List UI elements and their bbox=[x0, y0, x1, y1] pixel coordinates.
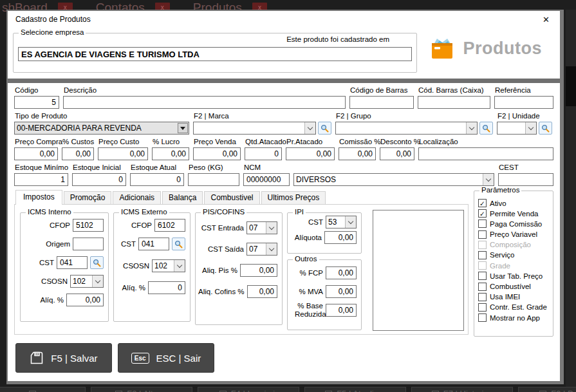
bg-button-historico[interactable]: F7 | Historico bbox=[411, 387, 513, 392]
unidade-search-button[interactable] bbox=[539, 122, 552, 135]
icms-ext-cfop-input[interactable]: 6102 bbox=[154, 219, 185, 232]
aliq-cofins-input[interactable]: 0,00 bbox=[247, 285, 277, 298]
referencia-input[interactable] bbox=[494, 96, 553, 109]
base-reduzida-input[interactable]: 0,00 bbox=[326, 304, 357, 317]
peso-input[interactable] bbox=[188, 173, 239, 186]
grupo-select[interactable] bbox=[335, 122, 478, 135]
cest-input[interactable] bbox=[498, 173, 553, 186]
field-label: Código bbox=[14, 86, 59, 96]
cadastro-produtos-dialog: Cadastro de Produtos ✕ Selecione empresa… bbox=[6, 10, 564, 384]
comissao-input[interactable]: 0,00 bbox=[339, 147, 376, 160]
custos-input[interactable]: 0,00 bbox=[62, 147, 94, 160]
tab-impostos[interactable]: Impostos bbox=[15, 190, 62, 205]
checkbox[interactable] bbox=[478, 303, 487, 312]
chevron-down-icon[interactable] bbox=[266, 222, 277, 234]
ncm-descricao-select[interactable]: DIVERSOS bbox=[293, 173, 494, 186]
lucro-input[interactable]: 0,00 bbox=[152, 147, 189, 160]
preco-venda-input[interactable]: 0,00 bbox=[193, 147, 241, 160]
aliq-pis-input[interactable]: 0,00 bbox=[240, 264, 277, 277]
grupo-search-button[interactable] bbox=[479, 122, 493, 135]
qtd-atacado-input[interactable]: 0 bbox=[245, 147, 282, 160]
param-paga-comissao[interactable]: Paga Comissão bbox=[478, 219, 550, 228]
chevron-down-icon[interactable] bbox=[304, 122, 315, 134]
estoque-inicial-input[interactable]: 0 bbox=[72, 173, 126, 186]
icms-ext-csosn-select[interactable]: 102 bbox=[152, 259, 185, 272]
param-permite-venda[interactable]: ✓ Permite Venda bbox=[478, 209, 550, 218]
tab-ultimos-precos[interactable]: Ultimos Preços bbox=[261, 191, 326, 204]
icms-int-cst-search-button[interactable] bbox=[90, 256, 104, 269]
estoque-minimo-input[interactable]: 1 bbox=[14, 173, 68, 186]
param-mostrar-no-app[interactable]: Mostrar no App bbox=[478, 313, 550, 322]
desconto-input[interactable]: 0,00 bbox=[380, 147, 414, 160]
param-contr-est-grade[interactable]: Contr. Est. Grade bbox=[478, 303, 550, 312]
checkbox[interactable] bbox=[478, 251, 487, 259]
chevron-down-icon[interactable] bbox=[525, 122, 536, 134]
bg-button-imprimir[interactable]: F4 | Imprimir bbox=[198, 387, 299, 392]
tab-adicionais[interactable]: Adicionais bbox=[113, 191, 161, 204]
tipo-produto-select[interactable]: 00-MERCADORIA PARA REVENDA bbox=[14, 122, 189, 135]
pis-cst-entrada-select[interactable]: 07 bbox=[246, 221, 277, 234]
icms-int-cst-input[interactable]: 041 bbox=[57, 256, 88, 269]
param-combustivel[interactable]: Combustível bbox=[478, 283, 550, 291]
header-separator bbox=[8, 79, 560, 83]
bg-button-duplicar[interactable]: F9 | Duplicar bbox=[518, 387, 576, 392]
ipi-aliquota-input[interactable]: 0,00 bbox=[324, 231, 357, 244]
checkbox-checked[interactable]: ✓ bbox=[478, 199, 487, 207]
chevron-down-icon[interactable] bbox=[345, 216, 356, 228]
codigo-barras-input[interactable] bbox=[349, 96, 414, 109]
bg-button-atualizar[interactable]: F5 | Atualizar bbox=[304, 387, 406, 392]
descricao-input[interactable] bbox=[63, 96, 346, 109]
chevron-down-icon[interactable] bbox=[266, 243, 277, 255]
tab-combustivel[interactable]: Combustivel bbox=[204, 191, 259, 204]
icms-ext-cst-input[interactable]: 041 bbox=[138, 238, 169, 250]
param-usar-tab-preco[interactable]: Usar Tab. Preço bbox=[478, 272, 550, 280]
mva-input[interactable]: 0,00 bbox=[326, 285, 357, 298]
marca-search-button[interactable] bbox=[318, 122, 331, 135]
icms-int-aliq-input[interactable]: 0,00 bbox=[66, 294, 104, 306]
icms-int-csosn-select[interactable]: 102 bbox=[70, 275, 104, 288]
icms-int-origem-input[interactable] bbox=[73, 238, 104, 250]
bg-button[interactable] bbox=[0, 387, 86, 392]
preco-custo-input[interactable]: 0,00 bbox=[98, 147, 148, 160]
icms-ext-cst-search-button[interactable] bbox=[172, 238, 185, 250]
codigo-input[interactable]: 5 bbox=[14, 96, 59, 109]
close-icon[interactable]: ✕ bbox=[540, 15, 552, 24]
checkbox[interactable] bbox=[478, 230, 487, 239]
chevron-down-icon[interactable] bbox=[92, 275, 103, 287]
tab-promocao[interactable]: Promoção bbox=[64, 191, 112, 204]
exit-button-label: ESC | Sair bbox=[156, 353, 201, 364]
param-usa-imei[interactable]: Usa IMEI bbox=[478, 293, 550, 301]
checkbox[interactable] bbox=[478, 293, 487, 301]
preco-compra-input[interactable]: 0,00 bbox=[14, 147, 58, 160]
localizacao-input[interactable] bbox=[418, 147, 553, 160]
checkbox[interactable] bbox=[478, 313, 487, 322]
estoque-atual-input[interactable]: 0 bbox=[130, 173, 184, 186]
unidade-select[interactable] bbox=[497, 122, 537, 135]
checkbox[interactable] bbox=[478, 283, 487, 291]
param-servico[interactable]: Serviço bbox=[478, 251, 550, 259]
company-field[interactable]: ES AGENCIA DE VIAGENS E TURISMO LTDA bbox=[18, 47, 412, 61]
ncm-input[interactable]: 00000000 bbox=[243, 173, 290, 186]
tab-balanca[interactable]: Balança bbox=[162, 191, 203, 204]
exit-button[interactable]: Esc ESC | Sair bbox=[118, 343, 214, 373]
save-button[interactable]: F5 | Salvar bbox=[15, 343, 112, 373]
group-title: Selecione empresa bbox=[19, 28, 86, 36]
fcp-input[interactable]: 0,00 bbox=[326, 266, 357, 279]
chevron-down-icon[interactable] bbox=[466, 122, 477, 134]
cod-barras-caixa-input[interactable] bbox=[418, 96, 490, 109]
checkbox-checked[interactable]: ✓ bbox=[478, 209, 487, 218]
chevron-down-icon[interactable] bbox=[483, 174, 494, 185]
icms-ext-aliq-input[interactable]: 0 bbox=[148, 281, 185, 294]
chevron-down-icon[interactable] bbox=[174, 260, 185, 272]
dropdown-arrow-icon[interactable] bbox=[178, 123, 188, 133]
ipi-cst-select[interactable]: 53 bbox=[326, 216, 357, 229]
icms-int-cfop-input[interactable]: 5102 bbox=[73, 219, 104, 232]
bg-button-alterar[interactable]: F2 | Alterar bbox=[91, 387, 192, 392]
pr-atacado-input[interactable]: 0,00 bbox=[286, 147, 335, 160]
marca-select[interactable] bbox=[193, 122, 316, 135]
checkbox[interactable] bbox=[478, 219, 487, 228]
param-preco-variavel[interactable]: Preço Variavel bbox=[478, 230, 550, 239]
param-ativo[interactable]: ✓ Ativo bbox=[478, 199, 550, 207]
checkbox[interactable] bbox=[478, 272, 487, 280]
pis-cst-saida-select[interactable]: 07 bbox=[246, 243, 277, 256]
